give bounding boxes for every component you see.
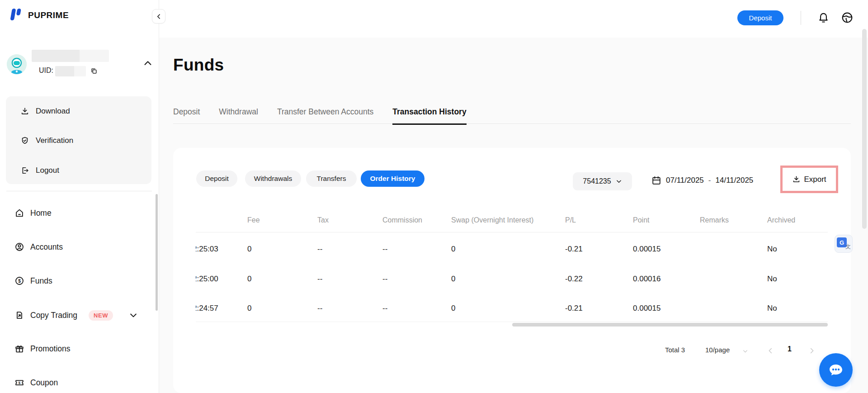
- pagination-prev-icon[interactable]: [767, 347, 774, 354]
- live-chat-button[interactable]: [819, 353, 853, 387]
- nav-item-label: Promotions: [30, 344, 71, 354]
- gift-icon: [14, 344, 24, 354]
- table-horizontal-scrollbar[interactable]: [512, 323, 828, 327]
- nav-item-label: Accounts: [30, 242, 63, 252]
- sidebar-item-accounts[interactable]: Accounts: [0, 236, 159, 258]
- cell-swap: 0: [451, 304, 455, 313]
- menu-item-label: Download: [36, 107, 70, 116]
- funds-icon: $: [14, 276, 24, 286]
- accounts-icon: [14, 242, 24, 252]
- column-header-point: Point: [633, 216, 649, 224]
- filter-pill-transfers[interactable]: Transfers: [306, 170, 357, 187]
- sidebar-item-home[interactable]: Home: [0, 202, 159, 224]
- coupon-icon: $: [14, 378, 24, 388]
- pagination-total: Total 3: [665, 346, 685, 354]
- cell-archived: No: [767, 245, 777, 254]
- puprime-logo-icon[interactable]: [7, 6, 24, 23]
- sidebar-boundary-line: [159, 0, 159, 393]
- calendar-icon: [651, 175, 661, 185]
- app-root: PUPRIME UID: D: [0, 0, 868, 393]
- cell-fee: 0: [247, 245, 251, 254]
- copy-icon[interactable]: [90, 67, 98, 75]
- cell-swap: 0: [451, 275, 455, 284]
- export-highlight-annotation: Export: [780, 166, 838, 193]
- sidebar-item-download[interactable]: Download: [6, 102, 151, 120]
- sidebar-collapse-button[interactable]: [152, 9, 165, 24]
- sidebar-item-coupon[interactable]: $ Coupon: [0, 372, 159, 393]
- new-badge: NEW: [89, 310, 113, 321]
- logout-icon: [20, 166, 29, 175]
- pagination-page-size-select[interactable]: 10/page: [705, 346, 730, 354]
- page-scrollbar[interactable]: [862, 29, 867, 229]
- cell-commission: --: [382, 304, 387, 313]
- column-header-commission: Commission: [382, 216, 422, 224]
- nav-item-label: Funds: [30, 276, 52, 286]
- nav-item-label: Home: [30, 208, 52, 218]
- cell-commission: --: [382, 245, 387, 254]
- cell-archived: No: [767, 275, 777, 284]
- tab-transaction-history[interactable]: Transaction History: [392, 107, 466, 125]
- chevron-left-icon: [156, 14, 162, 19]
- table-bottom-divider: [196, 322, 828, 322]
- uid-label: UID:: [39, 66, 53, 75]
- column-header-archived: Archived: [767, 216, 795, 224]
- cell-point: 0.00015: [633, 304, 660, 313]
- language-globe-icon[interactable]: [841, 11, 854, 24]
- filter-pill-deposit[interactable]: Deposit: [196, 170, 237, 187]
- cell-commission: --: [382, 275, 387, 284]
- svg-text:$: $: [18, 279, 21, 284]
- tab-deposit[interactable]: Deposit: [173, 107, 200, 125]
- sidebar-item-copy-trading[interactable]: Copy Trading NEW: [0, 304, 159, 326]
- cell-point: 0.00015: [633, 245, 660, 254]
- nav-item-label: Copy Trading: [30, 311, 77, 320]
- chevron-up-icon[interactable]: [143, 58, 153, 68]
- date-range-picker[interactable]: 07/11/2025 - 14/11/2025: [651, 175, 753, 186]
- chevron-down-icon[interactable]: [129, 311, 138, 320]
- cell-pl: -0.22: [565, 275, 583, 284]
- column-header-fee: Fee: [247, 216, 260, 224]
- cell-tax: --: [317, 245, 322, 254]
- pagination-current-page[interactable]: 1: [788, 345, 792, 353]
- filter-pill-order-history[interactable]: Order History: [361, 170, 425, 187]
- cell-tax: --: [317, 304, 322, 313]
- chat-bubble-icon: [827, 361, 845, 379]
- shield-check-icon: [20, 136, 29, 145]
- tab-transfer-between-accounts[interactable]: Transfer Between Accounts: [277, 107, 373, 125]
- table-header-divider: [196, 232, 828, 232]
- home-icon: [14, 208, 24, 218]
- notification-bell-icon[interactable]: [817, 12, 830, 24]
- export-button[interactable]: Export: [804, 175, 826, 184]
- sidebar-item-verification[interactable]: Verification: [6, 132, 151, 150]
- table-row-time: 2:25:03: [196, 245, 222, 255]
- cell-archived: No: [767, 304, 777, 313]
- google-translate-icon[interactable]: G 文: [835, 235, 853, 253]
- account-select[interactable]: 7541235: [573, 172, 632, 190]
- column-header-tax: Tax: [317, 216, 329, 224]
- cell-point: 0.00016: [633, 275, 660, 284]
- topbar-divider: [801, 11, 801, 25]
- table-row-time: 2:25:00: [196, 275, 222, 284]
- tab-withdrawal[interactable]: Withdrawal: [219, 107, 258, 125]
- svg-text:$: $: [19, 381, 21, 385]
- sidebar-item-promotions[interactable]: Promotions: [0, 338, 159, 360]
- avatar[interactable]: [7, 54, 27, 74]
- pagination-next-icon[interactable]: [808, 347, 815, 354]
- uid-value-redacted: [55, 66, 86, 76]
- date-separator: -: [708, 176, 711, 185]
- sidebar-item-logout[interactable]: Logout: [6, 161, 151, 180]
- cell-pl: -0.21: [565, 304, 583, 313]
- chevron-down-icon[interactable]: [742, 348, 748, 354]
- cell-swap: 0: [451, 245, 455, 254]
- filter-pill-withdrawals[interactable]: Withdrawals: [245, 170, 301, 187]
- cell-pl: -0.21: [565, 245, 583, 254]
- chevron-down-icon: [616, 178, 622, 185]
- sidebar-divider: [6, 191, 152, 191]
- sidebar-item-funds[interactable]: $ Funds: [0, 270, 159, 292]
- cell-tax: --: [317, 275, 322, 284]
- deposit-button[interactable]: Deposit: [737, 10, 783, 25]
- menu-item-label: Verification: [36, 136, 73, 145]
- nav-item-label: Coupon: [30, 378, 58, 388]
- sidebar-scrollbar[interactable]: [156, 194, 158, 311]
- column-header-pl: P/L: [565, 216, 576, 224]
- menu-item-label: Logout: [36, 166, 59, 175]
